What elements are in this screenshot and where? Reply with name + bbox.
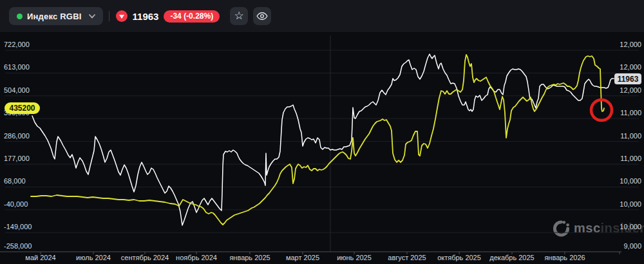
x-axis-label: июнь 2025 [337, 254, 372, 261]
last-value-tag-white-text: 11963 [618, 75, 639, 84]
y-axis-label-left: -40,000 [4, 200, 28, 208]
favorite-button[interactable]: ☆ [230, 7, 248, 25]
x-axis-label: январь 2025 [229, 254, 270, 261]
instrument-selector[interactable]: Индекс RGBI [9, 7, 103, 25]
quote-block: 11963 -34 (-0.28%) [116, 10, 220, 23]
x-axis-label: май 2024 [25, 254, 55, 261]
instrument-label: Индекс RGBI [27, 12, 82, 21]
x-axis-label: август 2025 [388, 254, 426, 261]
x-axis-label: октябрь 2025 [437, 254, 481, 261]
chart-widget: mscinsider 722,00012,000613,00012,000504… [0, 0, 644, 264]
y-axis-label-right: 12,000 [620, 41, 641, 48]
y-axis-label-right: 12,000 [620, 63, 641, 71]
x-axis-label: ноябрь 2024 [176, 254, 217, 261]
y-axis-label-right: 9,000 [623, 242, 641, 250]
y-axis-label-left: 504,000 [4, 86, 30, 94]
y-axis-label-left: -149,000 [4, 223, 32, 231]
arrow-down-icon [116, 10, 128, 22]
last-value-tag-yellow-text: 435200 [9, 104, 35, 113]
x-axis-label: декабрь 2025 [489, 254, 534, 261]
eye-icon [256, 10, 268, 22]
x-axis-label: январь 2026 [544, 254, 585, 261]
x-axis-label: июль 2024 [76, 254, 111, 261]
x-axis-label: март 2025 [286, 254, 319, 261]
y-axis-label-left: 177,000 [4, 155, 30, 162]
y-axis-label-right: 11,000 [620, 155, 641, 162]
star-icon: ☆ [234, 10, 244, 21]
y-axis-label-left: 286,000 [4, 132, 30, 140]
y-axis-label-left: 613,000 [4, 63, 30, 71]
y-axis-label-left: -258,000 [4, 242, 32, 250]
y-axis-label-right: 12,000 [620, 86, 641, 94]
header-toolbar: Индекс RGBI 11963 -34 (-0.28%) ☆ [0, 0, 644, 33]
y-axis-label-right: 11,000 [620, 132, 641, 140]
watch-button[interactable] [253, 7, 271, 25]
chart-canvas[interactable]: 722,00012,000613,00012,000504,00012,0003… [0, 0, 644, 264]
y-axis-label-left: 68,000 [4, 177, 26, 185]
y-axis-label-right: 10,000 [620, 177, 641, 185]
y-axis-label-right: 10,000 [620, 200, 641, 208]
header-divider [109, 11, 109, 21]
series-line-portfolio-value [31, 55, 604, 225]
last-price: 11963 [133, 11, 159, 22]
change-badge: -34 (-0.28%) [164, 10, 220, 23]
x-axis-label: сентябрь 2024 [121, 254, 169, 261]
instrument-status-dot [17, 14, 23, 19]
y-axis-label-left: 722,000 [4, 41, 30, 48]
y-axis-label-right: 10,000 [620, 223, 641, 231]
y-axis-label-right: 11,000 [620, 109, 641, 117]
chevron-down-icon [89, 14, 95, 19]
